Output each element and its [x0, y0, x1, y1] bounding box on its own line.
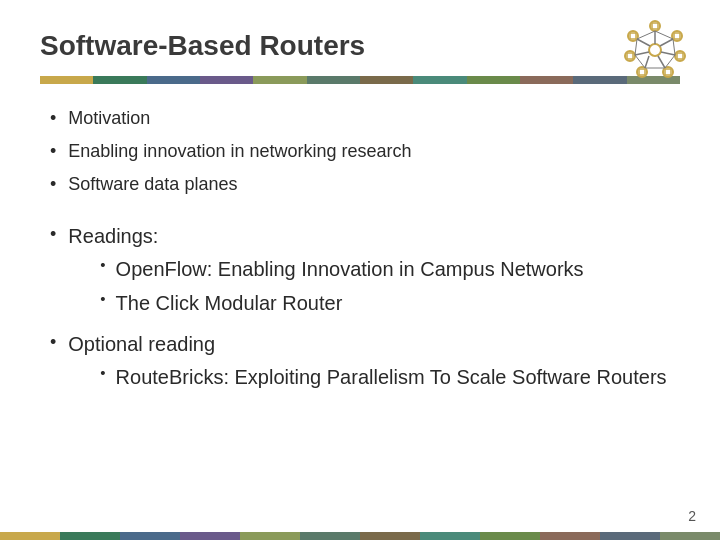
- sub-bullet-dot: •: [100, 254, 105, 277]
- optional-sub-bullets: • RouteBricks: Exploiting Parallelism To…: [100, 362, 666, 392]
- sub-bullet-dot: •: [100, 362, 105, 385]
- network-icon: [620, 18, 690, 83]
- svg-line-15: [655, 31, 673, 39]
- svg-line-11: [658, 56, 665, 68]
- svg-line-14: [637, 39, 650, 46]
- reading-item-1: • OpenFlow: Enabling Innovation in Campu…: [100, 254, 583, 284]
- svg-line-19: [635, 55, 645, 68]
- optional-item-1: • RouteBricks: Exploiting Parallelism To…: [100, 362, 666, 392]
- svg-point-0: [649, 44, 661, 56]
- svg-rect-23: [674, 33, 680, 39]
- bullet-dot: •: [50, 172, 56, 197]
- bullet-dot: •: [50, 330, 56, 355]
- slide-title: Software-Based Routers: [40, 30, 680, 66]
- content-area: • Motivation • Enabling innovation in ne…: [40, 106, 680, 396]
- optional-label: Optional reading: [68, 333, 215, 355]
- svg-line-21: [637, 31, 655, 39]
- bullet-dot: •: [50, 106, 56, 131]
- svg-rect-28: [630, 33, 636, 39]
- reading-item-2: • The Click Modular Router: [100, 288, 583, 318]
- bullet-enabling: • Enabling innovation in networking rese…: [50, 139, 680, 164]
- reading-text: OpenFlow: Enabling Innovation in Campus …: [116, 254, 584, 284]
- svg-rect-25: [665, 69, 671, 75]
- bullet-dot: •: [50, 139, 56, 164]
- bullet-optional: • Optional reading • RouteBricks: Exploi…: [50, 330, 680, 396]
- svg-line-13: [635, 52, 649, 55]
- svg-rect-24: [677, 53, 683, 59]
- bullet-text: Motivation: [68, 106, 150, 131]
- svg-rect-22: [652, 23, 658, 29]
- svg-rect-27: [627, 53, 633, 59]
- bullet-motivation: • Motivation: [50, 106, 680, 131]
- reading-text: The Click Modular Router: [116, 288, 343, 318]
- optional-text: RouteBricks: Exploiting Parallelism To S…: [116, 362, 667, 392]
- readings-sub-bullets: • OpenFlow: Enabling Innovation in Campu…: [100, 254, 583, 318]
- bullet-text: Enabling innovation in networking resear…: [68, 139, 411, 164]
- svg-line-17: [665, 55, 675, 68]
- bullet-software: • Software data planes: [50, 172, 680, 197]
- bottom-bar: [0, 532, 720, 540]
- bullet-dot: •: [50, 222, 56, 247]
- bullet-readings: • Readings: • OpenFlow: Enabling Innovat…: [50, 222, 680, 322]
- sub-bullet-dot: •: [100, 288, 105, 311]
- svg-rect-26: [639, 69, 645, 75]
- readings-label: Readings:: [68, 225, 158, 247]
- bullet-text: Software data planes: [68, 172, 237, 197]
- slide: Software-Based Routers • Motivation • En…: [0, 0, 720, 540]
- page-number: 2: [688, 508, 696, 524]
- color-bar: [40, 76, 680, 84]
- svg-line-10: [661, 52, 675, 55]
- svg-line-12: [645, 56, 649, 68]
- svg-line-9: [660, 39, 673, 46]
